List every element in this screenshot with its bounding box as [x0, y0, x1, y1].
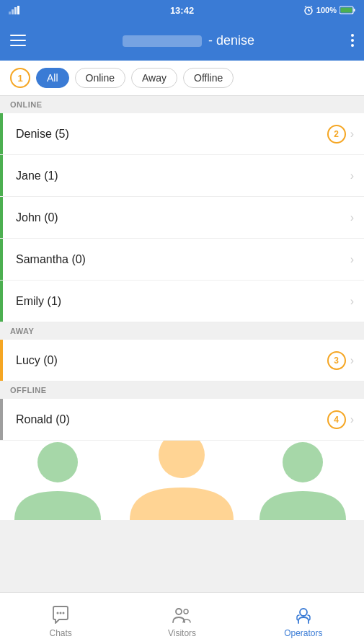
tab-offline[interactable]: Offline [183, 68, 234, 88]
nav-visitors-label: Visitors [168, 628, 196, 638]
chat-item-emily[interactable]: Emily (1) › [0, 281, 364, 322]
header: - denise [0, 20, 364, 61]
svg-rect-1 [12, 9, 14, 14]
online-indicator [0, 155, 3, 196]
chevron-icon: › [350, 169, 354, 182]
section-online-header: ONLINE [0, 96, 364, 113]
visitors-icon [172, 605, 192, 625]
svg-rect-11 [341, 8, 352, 13]
header-title: - denise [26, 33, 351, 48]
chat-name-emily: Emily (1) [10, 295, 346, 308]
svg-rect-10 [354, 9, 355, 12]
blurred-email [123, 35, 202, 47]
online-indicator [0, 239, 3, 280]
svg-rect-0 [9, 12, 11, 14]
chevron-icon: › [350, 211, 354, 224]
tab-all[interactable]: All [36, 68, 69, 88]
filter-tabs: 1 All Online Away Offline [0, 61, 364, 96]
chat-item-denise[interactable]: Denise (5) 2 › [0, 113, 364, 155]
nav-operators[interactable]: Operators [243, 599, 364, 638]
chevron-icon: › [350, 354, 354, 367]
chevron-icon: › [350, 295, 354, 308]
chat-item-ronald[interactable]: Ronald (0) 4 › [0, 399, 364, 441]
online-indicator [0, 113, 3, 154]
svg-point-16 [60, 612, 62, 614]
nav-operators-label: Operators [284, 628, 322, 638]
online-indicator [0, 281, 3, 322]
filter-badge: 1 [10, 68, 30, 88]
svg-point-18 [176, 609, 182, 614]
chevron-icon: › [350, 128, 354, 141]
nav-visitors[interactable]: Visitors [121, 599, 242, 638]
chat-name-ronald: Ronald (0) [10, 413, 321, 426]
svg-point-20 [300, 609, 307, 616]
signal-area [9, 6, 20, 14]
svg-point-17 [63, 612, 65, 614]
svg-point-14 [283, 442, 323, 482]
section-away-header: AWAY [0, 322, 364, 340]
nav-chats[interactable]: Chats [0, 599, 121, 638]
tab-online[interactable]: Online [75, 68, 125, 88]
svg-point-12 [37, 442, 78, 482]
chevron-icon: › [350, 253, 354, 266]
svg-point-13 [159, 441, 205, 478]
badge-lucy: 3 [327, 351, 346, 370]
nav-chats-label: Chats [49, 628, 71, 638]
away-indicator [0, 340, 3, 381]
menu-button[interactable] [10, 35, 26, 46]
badge-denise: 2 [327, 125, 346, 144]
bottom-nav: Chats Visitors Operators [0, 592, 364, 644]
battery-area: 100% [303, 5, 355, 15]
avatar-area [0, 441, 364, 520]
chat-item-jane[interactable]: Jane (1) › [0, 155, 364, 197]
chat-item-john[interactable]: John (0) › [0, 197, 364, 239]
svg-point-15 [57, 612, 59, 614]
offline-indicator [0, 399, 3, 440]
svg-line-8 [311, 6, 312, 8]
chat-item-lucy[interactable]: Lucy (0) 3 › [0, 340, 364, 381]
svg-rect-3 [17, 6, 19, 14]
status-bar: 13:42 100% [0, 0, 364, 20]
chat-name-samantha: Samantha (0) [10, 253, 346, 266]
chat-name-lucy: Lucy (0) [10, 354, 321, 367]
more-button[interactable] [351, 34, 354, 47]
badge-ronald: 4 [327, 410, 346, 429]
operators-icon [293, 605, 314, 625]
avatar-illustrations [0, 441, 364, 520]
chat-name-denise: Denise (5) [10, 128, 321, 141]
chats-icon [50, 605, 71, 625]
chat-name-jane: Jane (1) [10, 169, 346, 182]
battery-icon [339, 6, 355, 14]
section-offline-header: OFFLINE [0, 381, 364, 399]
svg-point-19 [184, 609, 188, 614]
svg-rect-2 [14, 7, 17, 14]
battery-percent: 100% [316, 6, 337, 14]
svg-line-7 [305, 6, 306, 8]
signal-icon [9, 6, 20, 14]
tab-away[interactable]: Away [131, 68, 177, 88]
alarm-icon [303, 5, 314, 15]
chevron-icon: › [350, 413, 354, 426]
online-indicator [0, 197, 3, 238]
chat-item-samantha[interactable]: Samantha (0) › [0, 239, 364, 281]
status-time: 13:42 [170, 5, 194, 16]
chat-name-john: John (0) [10, 211, 346, 224]
